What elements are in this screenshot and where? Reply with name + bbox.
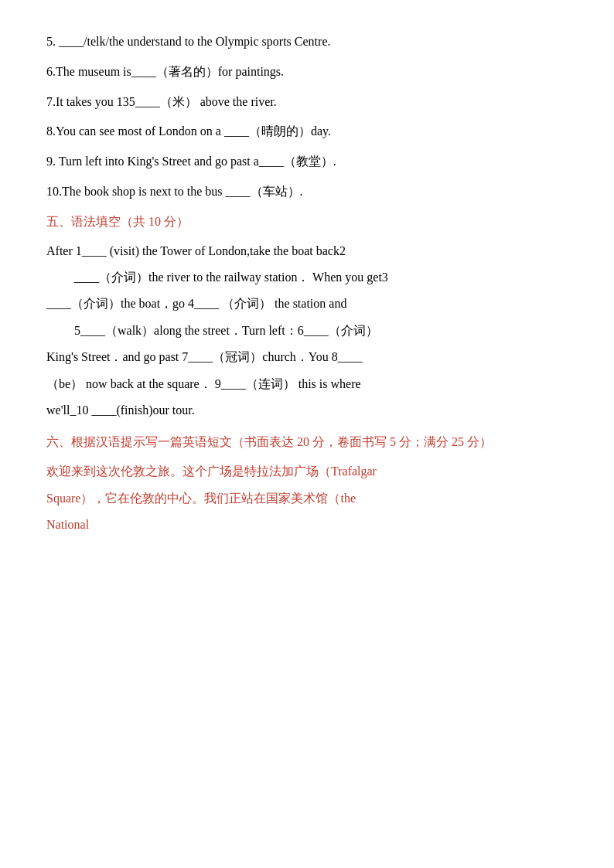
question-5: 5. ____/telk/the understand to the Olymp… <box>46 31 568 53</box>
section5-line-6: （be） now back at the square． 9____（连词） t… <box>46 373 568 396</box>
section5-title: 五、语法填空（共 10 分） <box>46 211 568 233</box>
section5-line-7: we'll_10 ____(finish)our tour. <box>46 399 568 422</box>
section5-line-3: ____（介词）the boat，go 4____ （介词） the stati… <box>46 292 568 315</box>
section5-line-1: After 1____ (visit) the Tower of London,… <box>46 240 568 263</box>
question-6: 6.The museum is____（著名的）for paintings. <box>46 61 568 83</box>
question-8: 8.You can see most of London on a ____（晴… <box>46 121 568 143</box>
section5-paragraph: After 1____ (visit) the Tower of London,… <box>46 240 568 423</box>
question-9: 9. Turn left into King's Street and go p… <box>46 151 568 173</box>
section5-line-5: King's Street．and go past 7____（冠词）churc… <box>46 345 568 369</box>
section6-title: 六、根据汉语提示写一篇英语短文（书面表达 20 分，卷面书写 5 分；满分 25… <box>46 431 568 454</box>
section6-line-3: National <box>46 513 568 536</box>
section6-paragraph: 欢迎来到这次伦敦之旅。这个广场是特拉法加广场（Trafalgar Square）… <box>46 460 568 536</box>
section6-line-1: 欢迎来到这次伦敦之旅。这个广场是特拉法加广场（Trafalgar <box>46 460 568 483</box>
section6-line-2: Square），它在伦敦的中心。我们正站在国家美术馆（the <box>46 487 568 510</box>
page: 5. ____/telk/the understand to the Olymp… <box>0 0 614 868</box>
section5-line-4: 5____（walk）along the street．Turn left：6_… <box>46 319 568 342</box>
section5-line-2: ____（介词）the river to the railway station… <box>46 266 568 289</box>
question-10: 10.The book shop is next to the bus ____… <box>46 181 568 203</box>
question-7: 7.It takes you 135____（米） above the rive… <box>46 91 568 114</box>
